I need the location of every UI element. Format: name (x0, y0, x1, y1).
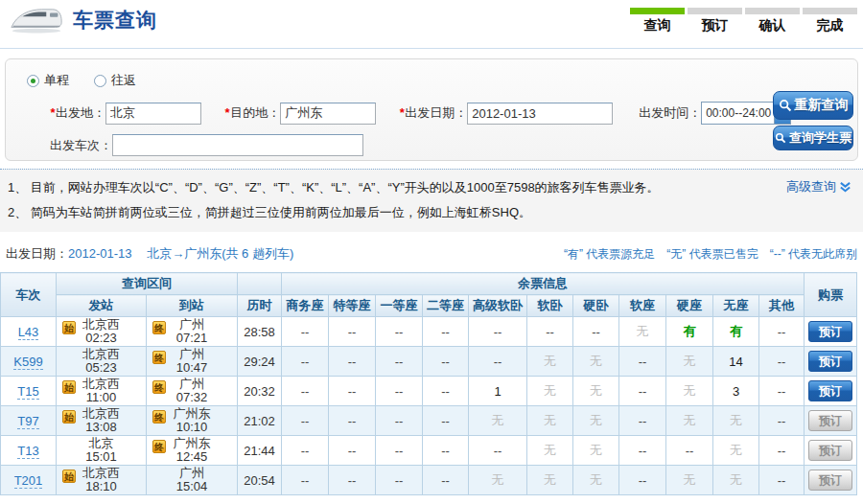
student-ticket-button[interactable]: 查询学生票 (773, 126, 853, 150)
column-header: 一等座 (376, 295, 423, 317)
page-title: 车票查询 (73, 7, 157, 34)
result-bar: 出发日期：2012-01-13 北京→广州东(共 6 趟列车) “有” 代表票源… (0, 232, 863, 272)
duration-cell: 29:24 (238, 347, 282, 377)
train-link[interactable]: T201 (14, 473, 43, 489)
seat-availability-cell: -- (282, 406, 329, 436)
station-cell: 终广州东12:45 (147, 436, 238, 466)
station-name: 广州 (147, 467, 237, 480)
from-label: *出发地： (50, 104, 105, 122)
seat-availability-cell: -- (376, 317, 423, 347)
date-input[interactable] (467, 103, 613, 125)
seat-availability-cell: -- (423, 347, 469, 377)
book-button[interactable]: 预订 (808, 321, 852, 342)
ticket-legend: “有” 代表票源充足 “无” 代表票已售完 “--” 代表无此席别 (564, 246, 857, 263)
brand: 车票查询 (10, 6, 157, 34)
train-cell: T201 (1, 466, 57, 495)
required-mark: * (399, 105, 404, 120)
seat-availability-cell: -- (329, 317, 376, 347)
seat-availability-cell: -- (329, 436, 376, 466)
col-group-section: 查询区间 (57, 273, 238, 295)
train-link[interactable]: T15 (17, 384, 38, 400)
seat-availability-cell: 无 (527, 466, 573, 495)
station-cell: 终广州10:47 (147, 347, 238, 377)
buy-cell: 预订 (805, 406, 857, 436)
seat-availability-cell: 1 (469, 377, 527, 406)
from-input[interactable] (105, 103, 201, 125)
book-button[interactable]: 预订 (808, 380, 852, 401)
train-no-input[interactable] (112, 134, 363, 156)
seat-availability-cell: -- (573, 317, 619, 347)
train-link[interactable]: K599 (13, 355, 42, 370)
seat-availability-cell: 3 (713, 377, 759, 406)
note-line-1: 1、 目前，网站办理车次以“C”、“D”、“G”、“Z”、“T”、“K”、“L”… (8, 178, 855, 197)
train-cell: T15 (1, 377, 57, 406)
col-buy: 购票 (805, 273, 857, 317)
train-link[interactable]: L43 (18, 325, 39, 340)
seat-availability-cell: -- (469, 347, 527, 377)
time-label: 出发时间： (639, 104, 701, 122)
col-blank (238, 273, 282, 295)
seat-availability-cell: -- (329, 347, 376, 377)
end-badge: 终 (152, 440, 166, 453)
seat-availability-cell: -- (759, 377, 805, 406)
requery-button[interactable]: 重新查询 (773, 91, 853, 120)
table-row: T201始北京西18:10广州15:0420:54--------无无无--无无… (1, 466, 857, 495)
end-badge: 终 (152, 410, 166, 424)
station-cell: 终广州07:21 (147, 317, 238, 347)
step-label: 完成 (803, 17, 857, 34)
result-date: 2012-01-13 (68, 246, 132, 261)
seat-availability-cell: -- (619, 347, 666, 377)
column-header: 二等座 (423, 295, 469, 317)
duration-cell: 20:54 (238, 466, 282, 495)
seat-availability-cell: -- (423, 436, 469, 466)
seat-availability-cell: -- (619, 377, 666, 406)
seat-availability-cell: -- (282, 466, 329, 495)
seat-availability-cell: -- (759, 436, 805, 466)
book-button[interactable]: 预订 (808, 351, 852, 372)
seat-availability-cell: -- (282, 317, 329, 347)
train-link[interactable]: T97 (17, 414, 38, 429)
seat-availability-cell: -- (329, 466, 376, 495)
end-badge: 终 (152, 351, 166, 364)
required-mark: * (50, 105, 55, 120)
step-label: 查询 (630, 17, 685, 34)
round-trip-radio[interactable] (94, 75, 106, 87)
step-bar (630, 8, 685, 14)
station-cell: 广州15:04 (147, 466, 238, 495)
buy-cell: 预订 (805, 466, 857, 495)
seat-availability-cell: -- (469, 317, 527, 347)
station-name: 北京西 (57, 348, 146, 361)
station-time: 15:01 (57, 450, 146, 464)
buy-cell: 预订 (805, 317, 857, 347)
station-time: 05:23 (57, 361, 146, 375)
double-chevron-down-icon (839, 181, 851, 194)
seat-availability-cell: -- (423, 406, 469, 436)
train-link[interactable]: T13 (17, 444, 38, 459)
one-way-radio[interactable] (27, 75, 39, 87)
table-row: K599北京西05:23终广州10:4729:24----------无无--无… (1, 347, 857, 377)
seat-availability-cell: -- (376, 466, 423, 495)
station-cell: 始北京西13:08 (57, 406, 147, 436)
seat-availability-cell: 无 (527, 347, 573, 377)
result-route: 北京→广州东(共 6 趟列车) (147, 246, 293, 261)
seat-availability-cell: 无 (573, 347, 619, 377)
seat-availability-cell: -- (376, 406, 423, 436)
column-header: 硬卧 (573, 295, 619, 317)
to-input[interactable] (280, 103, 376, 125)
advanced-query-link[interactable]: 高级查询 (786, 178, 851, 195)
duration-cell: 21:44 (238, 436, 282, 466)
book-button: 预订 (808, 410, 852, 431)
buy-cell: 预订 (805, 436, 857, 466)
search-icon (779, 99, 792, 112)
column-header: 软卧 (527, 295, 573, 317)
seat-availability-cell: 无 (573, 436, 619, 466)
step-查询: 查询 (630, 8, 685, 34)
table-row: T97始北京西13:08终广州东10:1021:02--------无无无--无… (1, 406, 857, 436)
train-cell: T97 (1, 406, 57, 436)
seat-availability-cell: -- (619, 466, 666, 495)
train-icon (10, 6, 63, 34)
step-bar (688, 8, 742, 14)
progress-steps: 查询预订确认完成 (627, 8, 857, 34)
book-button: 预订 (808, 470, 852, 491)
column-header: 发站 (57, 295, 147, 317)
